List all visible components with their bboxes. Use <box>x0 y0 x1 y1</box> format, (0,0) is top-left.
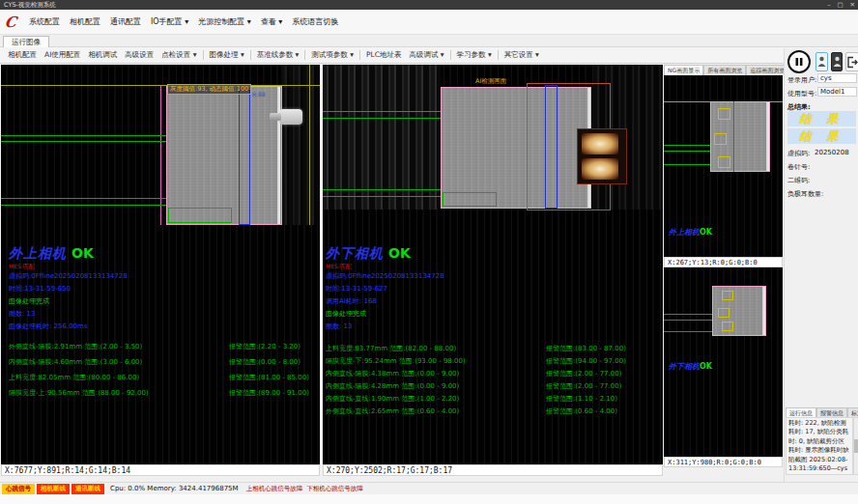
material-edge <box>762 287 765 335</box>
camera-name-text: 外上相机 <box>9 245 67 261</box>
measurement-row: 上料宽度:82.05mm 范围:(80.00 - 86.00) 报警范围:(81… <box>9 372 320 384</box>
menu-view[interactable]: 查看 ▾ <box>256 14 288 30</box>
ai-elapsed-text: 调用AI耗时: 168 <box>326 295 637 308</box>
toolbar-separator <box>203 50 204 60</box>
pause-button[interactable] <box>787 50 811 73</box>
process-done-text: 图像处理完成 <box>326 308 637 321</box>
ai-view-label: AI检测画面 <box>475 77 506 86</box>
tool-baseline-params[interactable]: 基准线参数 ▾ <box>253 48 303 62</box>
menu-language-switch[interactable]: 系统语言切换 <box>287 14 343 30</box>
menu-light-config[interactable]: 光源控制配置 ▾ <box>193 14 256 30</box>
detect-box <box>718 108 730 120</box>
ok-status-text: OK <box>388 245 411 261</box>
toolbar-separator <box>250 50 251 60</box>
preview-tab-track[interactable]: 追踪画面浏览 <box>746 65 788 75</box>
status-bar: 心跳信号 相机断线 通讯断线 Cpu: 0.0% Memory: 3424.41… <box>0 482 858 494</box>
capture-time-text: 时间:13-31-59-627 <box>326 283 637 295</box>
control-panel: 登录用户: 使用型号: 总结果: 结 果 结 果 虚拟码: 20250208 卷… <box>784 48 858 482</box>
pin-number-label: 卷针号: <box>787 162 810 172</box>
mes-status-text: MES:匹配 <box>9 263 320 270</box>
detect-box <box>718 308 729 318</box>
pause-icon <box>794 57 804 67</box>
menu-camera-config[interactable]: 相机配置 <box>65 14 105 30</box>
tool-spotcheck-settings[interactable]: 点检设置 ▾ <box>157 48 200 62</box>
detect-box <box>168 208 232 223</box>
tool-other-settings[interactable]: 其它设置 ▾ <box>500 48 543 62</box>
result-indicator-lower: 结 果 <box>787 128 856 144</box>
cpu-memory-readout: Cpu: 0.0% Memory: 3424.41796875M <box>110 485 239 492</box>
guide-line <box>323 196 441 197</box>
guide-line <box>309 65 310 225</box>
menu-io-config[interactable]: IO手配置 ▾ <box>146 14 193 30</box>
guide-line <box>664 145 710 146</box>
process-elapsed-text: 图像处理耗时: 256.00ms <box>9 321 320 333</box>
tool-plc-address[interactable]: PLC地址表 <box>362 48 405 62</box>
user-login-button[interactable] <box>815 52 828 71</box>
result-overlay-upper: 外上相机 OK MES:匹配 虚拟码:0Ffline20250208133134… <box>9 243 320 400</box>
camera-view-lower[interactable]: AI检测画面 外下相机 OK MES:匹配 虚拟码:0Ffline2025020… <box>323 65 663 464</box>
coords-readout-preview-lower: X:311;Y:980;R:0;G:0;B:0 <box>664 457 783 467</box>
probe-nozzle-tip <box>270 113 281 121</box>
virtual-code-text: 虚拟码:0Ffline20250208133134728 <box>326 270 637 283</box>
guide-line <box>1 141 166 142</box>
tool-ai-config[interactable]: AI使用配置 <box>41 48 84 62</box>
loop-count-text: 圈数: 13 <box>326 321 637 333</box>
toolbar-separator <box>359 50 360 60</box>
measurement-row: 内侧直线-隔膜:4.28mm 范围:(0.00 - 9.00) 报警范围:(2.… <box>326 380 637 393</box>
login-user-input[interactable] <box>817 73 857 83</box>
app-window: CYS-视觉检测系统 – ▢ ✕ C 系统配置 相机配置 通讯配置 IO手配置 … <box>0 0 858 504</box>
heartbeat-badge: 心跳信号 <box>2 484 35 494</box>
detect-box <box>722 322 733 331</box>
guide-line <box>733 101 734 172</box>
tool-camera-debug[interactable]: 相机调试 <box>84 48 121 62</box>
logout-button[interactable] <box>845 52 858 71</box>
material-edge <box>277 87 280 224</box>
close-icon[interactable]: ✕ <box>850 0 855 10</box>
tab-run-image[interactable]: 运行图像 <box>3 36 49 47</box>
guide-line <box>664 331 712 332</box>
log-scrollbar-thumb[interactable] <box>854 439 858 453</box>
measurement-row: 内侧直线-隔膜:4.60mm 范围:(3.00 - 6.00) 报警范围:(0.… <box>9 356 320 369</box>
material-edge <box>766 102 769 171</box>
preview-view-upper[interactable]: 外上相机OK <box>664 75 783 257</box>
desktop-area <box>0 494 858 504</box>
upper-camera-warning: 上相机心跳信号故障 <box>246 485 303 493</box>
maximize-icon[interactable]: ▢ <box>837 0 843 10</box>
menu-system-config[interactable]: 系统配置 <box>24 14 65 30</box>
camera-name-text: 外下相机 <box>326 245 384 261</box>
toolbar-separator <box>450 50 451 60</box>
guide-line <box>323 111 441 112</box>
camera-view-upper[interactable]: R:88 灰度阈值:93, 动态阈值:100 外上相机 OK MES:匹配 虚拟… <box>1 65 320 464</box>
app-logo-icon: C <box>4 14 17 31</box>
guide-line <box>664 320 712 321</box>
probe-nozzle <box>279 109 302 125</box>
log-scrollbar[interactable] <box>853 417 858 475</box>
user-admin-button[interactable] <box>831 52 843 71</box>
measure-rect <box>545 85 558 209</box>
tool-learn-params[interactable]: 学习参数 ▾ <box>453 48 496 62</box>
preview-tab-ng[interactable]: NG画面显示 <box>664 65 703 75</box>
login-user-label: 登录用户: <box>787 75 816 85</box>
tool-image-process[interactable]: 图像处理 ▾ <box>206 48 248 62</box>
comm-offline-badge: 通讯断线 <box>72 484 104 494</box>
measure-label: R:88 <box>252 91 266 98</box>
menu-bar: C 系统配置 相机配置 通讯配置 IO手配置 ▾ 光源控制配置 ▾ 查看 ▾ 系… <box>0 10 858 35</box>
preview-tab-strip: NG画面显示 所有画面浏览 追踪画面浏览 <box>664 65 783 75</box>
guide-line <box>1 135 166 136</box>
tool-camera-config[interactable]: 相机配置 <box>4 48 41 62</box>
minimize-icon[interactable]: – <box>827 0 830 10</box>
guide-line <box>323 189 441 190</box>
title-bar[interactable]: CYS-视觉检测系统 – ▢ ✕ <box>0 0 858 10</box>
menu-comm-config[interactable]: 通讯配置 <box>105 14 146 30</box>
measurement-row: 上料宽度:83.77mm 范围:(82.00 - 88.00) 报警范围:(83… <box>326 343 637 355</box>
preview-tab-all[interactable]: 所有画面浏览 <box>703 65 746 75</box>
guide-line <box>664 151 710 152</box>
log-text-area[interactable]: 耗时: 222, 缺陷检测耗时: 17, 缺陷分类耗时: 0, 缺陷裁剪分区耗时… <box>786 417 853 475</box>
model-input[interactable] <box>817 87 857 97</box>
preview-view-lower[interactable]: 外下相机OK <box>664 267 783 457</box>
tool-advanced-settings[interactable]: 高级设置 <box>121 48 157 62</box>
tool-test-params[interactable]: 测试项参数 ▾ <box>307 48 358 62</box>
capture-time-text: 时间:13-31-59-650 <box>9 283 320 295</box>
neg-tab-count-label: 负极耳数量: <box>787 189 823 199</box>
tool-advanced-debug[interactable]: 高级调试 ▾ <box>405 48 447 62</box>
